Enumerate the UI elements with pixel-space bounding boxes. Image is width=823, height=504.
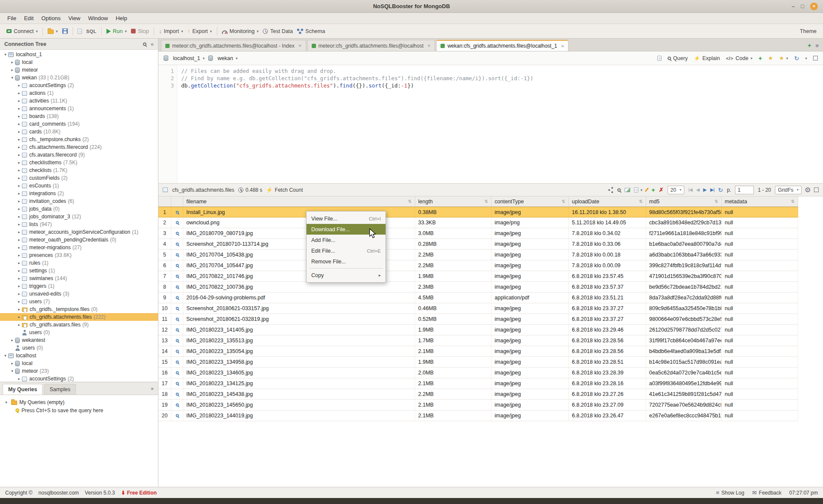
table-row[interactable]: 2owncloud.png33.3KBimage/png5.11.2018 kl… bbox=[158, 217, 798, 228]
tree-item-settings[interactable]: ▸settings(1) bbox=[0, 267, 158, 275]
table-row[interactable]: 5IMG_20170704_105438.jpg2.2MBimage/jpeg7… bbox=[158, 250, 798, 260]
editor-tab[interactable]: meteor:cfs_gridfs.attachments.files@loca… bbox=[307, 40, 435, 51]
table-row[interactable]: 19IMG_20180223_145650.jpg2.1MBimage/jpeg… bbox=[158, 400, 798, 410]
view-document-icon[interactable] bbox=[171, 303, 183, 314]
tree-item-local[interactable]: ▸local bbox=[0, 58, 158, 66]
first-page-icon[interactable]: |◀ bbox=[688, 187, 692, 193]
tree-item-actions[interactable]: ▸actions(1) bbox=[0, 89, 158, 97]
tree-caret-icon[interactable]: ▾ bbox=[9, 369, 15, 373]
history-icon[interactable]: ↻ bbox=[794, 55, 799, 62]
menu-item-edit[interactable]: Edit bbox=[20, 14, 37, 23]
view-document-icon[interactable] bbox=[171, 335, 183, 346]
free-edition-badge[interactable]: ⬇ Free Edition bbox=[121, 490, 157, 496]
show-log-button[interactable]: ≡ Show Log bbox=[716, 489, 744, 496]
breadcrumb-connection[interactable]: localhost_1 ▾ bbox=[164, 55, 205, 61]
table-row[interactable]: 18IMG_20180223_145438.jpg2.2MBimage/jpeg… bbox=[158, 389, 798, 400]
table-row[interactable]: 4Screenshot_20180710-113714.jpg0.28MBima… bbox=[158, 239, 798, 250]
tree-item-accountSettings[interactable]: ▸accountSettings(2) bbox=[0, 375, 158, 382]
tree-caret-icon[interactable]: ▸ bbox=[16, 238, 22, 242]
tab-list-icon[interactable]: ≡ bbox=[815, 42, 819, 49]
results-settings-icon[interactable] bbox=[805, 187, 810, 192]
tree-item-swimlanes[interactable]: ▸swimlanes(144) bbox=[0, 275, 158, 282]
minimize-icon[interactable]: – bbox=[792, 3, 795, 9]
tree-item-lists[interactable]: ▸lists(947) bbox=[0, 220, 158, 228]
column-header-contentType[interactable]: contentType⇅ bbox=[492, 196, 569, 206]
table-row[interactable]: 16IMG_20180223_134605.jpg2.0MBimage/jpeg… bbox=[158, 368, 798, 378]
view-document-icon[interactable] bbox=[171, 357, 183, 367]
tree-caret-icon[interactable]: ▸ bbox=[16, 91, 22, 95]
table-row[interactable]: 11Screenshot_20180621-032819.jpg0.52MBim… bbox=[158, 314, 798, 325]
last-page-icon[interactable]: ▶| bbox=[710, 187, 714, 193]
tree-caret-icon[interactable]: ▸ bbox=[16, 160, 22, 165]
export-results-button[interactable]: ▾ bbox=[634, 187, 643, 193]
tree-caret-icon[interactable]: ▸ bbox=[16, 261, 22, 265]
tree-caret-icon[interactable]: ▸ bbox=[16, 207, 22, 211]
view-document-icon[interactable] bbox=[171, 260, 183, 271]
connection-caret-icon[interactable]: ▾ bbox=[203, 56, 205, 60]
table-row[interactable]: 12IMG_20180223_141405.jpg1.9MBimage/jpeg… bbox=[158, 325, 798, 335]
view-document-icon[interactable] bbox=[171, 293, 183, 303]
view-document-icon[interactable] bbox=[171, 368, 183, 378]
tree-item-users[interactable]: ▸users(7) bbox=[0, 298, 158, 305]
tab-my-queries[interactable]: My Queries bbox=[3, 384, 43, 395]
tree-caret-icon[interactable]: ▸ bbox=[16, 130, 22, 134]
code-dropdown-icon[interactable]: ▾ bbox=[750, 56, 753, 60]
tree-item-card_comments[interactable]: ▸card_comments(194) bbox=[0, 120, 158, 128]
column-header-uploadDate[interactable]: uploadDate⇅ bbox=[569, 196, 646, 206]
tree-item-announcements[interactable]: ▸announcements(1) bbox=[0, 105, 158, 112]
delete-document-icon[interactable]: ✗ bbox=[659, 187, 664, 193]
test-data-button[interactable]: Test Data bbox=[261, 27, 295, 36]
view-document-icon[interactable] bbox=[171, 207, 183, 217]
table-row[interactable]: 13IMG_20180223_135513.jpg1.7MBimage/jpeg… bbox=[158, 335, 798, 346]
tree-caret-icon[interactable]: ▸ bbox=[9, 60, 15, 64]
menu-item-view[interactable]: View bbox=[64, 14, 84, 23]
tree-item-checklists[interactable]: ▸checklists(1.7K) bbox=[0, 166, 158, 174]
tree-item-integrations[interactable]: ▸integrations(2) bbox=[0, 190, 158, 197]
schema-button[interactable]: Schema bbox=[295, 27, 327, 36]
sort-icon[interactable]: ⇅ bbox=[715, 199, 718, 204]
tree-item-users[interactable]: users(0) bbox=[0, 344, 158, 352]
tree-caret-icon[interactable]: ▸ bbox=[9, 361, 15, 365]
tree-item-cfs.avatars.filerecord[interactable]: ▸cfs.avatars.filerecord(9) bbox=[0, 151, 158, 159]
maximize-icon[interactable]: □ bbox=[801, 3, 804, 9]
tree-item-meteor_accounts_loginServiceConfiguration[interactable]: ▸meteor_accounts_loginServiceConfigurati… bbox=[0, 228, 158, 236]
run-dropdown-icon[interactable]: ▾ bbox=[125, 29, 127, 33]
tree-caret-icon[interactable]: ▸ bbox=[16, 276, 22, 281]
tree-caret-icon[interactable]: ▸ bbox=[16, 230, 22, 234]
tree-caret-icon[interactable]: ▸ bbox=[16, 315, 22, 319]
view-mode-select[interactable]: GridFs ▾ bbox=[775, 186, 802, 194]
save-button[interactable] bbox=[60, 27, 70, 36]
tree-caret-icon[interactable]: ▸ bbox=[16, 168, 22, 172]
editor-tab[interactable]: wekan:cfs_gridfs.attachments.files@local… bbox=[436, 40, 568, 51]
find-in-results-icon[interactable] bbox=[617, 188, 621, 192]
more-actions-icon[interactable]: ▾ bbox=[805, 56, 807, 60]
new-editor-button[interactable] bbox=[76, 27, 84, 36]
tree-caret-icon[interactable]: ▸ bbox=[16, 222, 22, 226]
query-button[interactable]: Query bbox=[668, 55, 688, 61]
editor-tab[interactable]: meteor:cfs_gridfs.attachments.files@loca… bbox=[161, 40, 306, 51]
maximize-results-icon[interactable] bbox=[814, 187, 819, 192]
tree-item-jobs_dominator_3[interactable]: ▸jobs_dominator_3(12) bbox=[0, 213, 158, 220]
refresh-icon[interactable]: ↻ bbox=[718, 187, 723, 193]
tree-item-rules[interactable]: ▸rules(1) bbox=[0, 259, 158, 267]
view-document-icon[interactable] bbox=[171, 282, 183, 292]
view-document-icon[interactable] bbox=[171, 314, 183, 324]
table-row[interactable]: 6IMG_20170704_105447.jpg2.2MBimage/jpeg7… bbox=[158, 260, 798, 271]
column-header-metadata[interactable]: metadata⇅ bbox=[722, 196, 798, 206]
tree-caret-icon[interactable]: ▾ bbox=[9, 75, 15, 80]
menu-item-add-file[interactable]: Add File... bbox=[307, 235, 386, 245]
menu-item-file[interactable]: File bbox=[3, 14, 20, 23]
tree-item-meteor-migrations[interactable]: ▸meteor-migrations(27) bbox=[0, 244, 158, 251]
menu-item-help[interactable]: Help bbox=[112, 14, 131, 23]
tree-caret-icon[interactable]: ▸ bbox=[16, 292, 22, 296]
table-row[interactable]: 92016-04-29-solving-problems.pdf4.5MBapp… bbox=[158, 293, 798, 303]
breadcrumb-database[interactable]: wekan ▾ bbox=[208, 55, 238, 61]
explain-button[interactable]: ⚡ Explain bbox=[694, 55, 720, 61]
tree-caret-icon[interactable]: ▸ bbox=[16, 377, 22, 381]
table-row[interactable]: 7IMG_20170822_101746.jpg1.9MBimage/jpeg6… bbox=[158, 271, 798, 282]
image-view-icon[interactable] bbox=[625, 188, 630, 192]
tree-caret-icon[interactable]: ▸ bbox=[16, 253, 22, 257]
view-document-icon[interactable] bbox=[171, 250, 183, 260]
table-row[interactable]: 17IMG_20180223_134125.jpg2.1MBimage/jpeg… bbox=[158, 378, 798, 389]
view-document-icon[interactable] bbox=[171, 325, 183, 335]
